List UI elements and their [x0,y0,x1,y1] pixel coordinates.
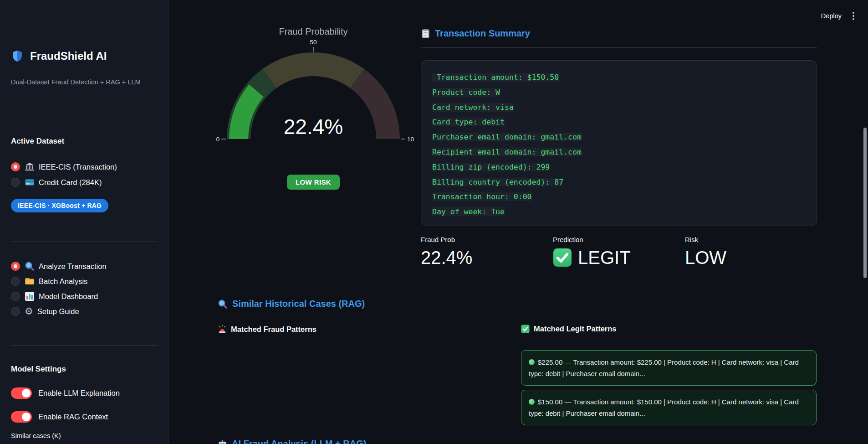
gauge-tick-label-min: 0 [216,136,220,143]
kebab-icon [853,12,854,14]
code-line: Day of week: Tue [432,205,806,220]
code-line: Billing country (encoded): 87 [432,175,806,190]
radio-label: Credit Card (284K) [39,178,102,187]
gauge-title: Fraud Probability [279,26,347,36]
deploy-button[interactable]: Deploy [821,12,842,20]
sidebar: FraudShield AI Dual-Dataset Fraud Detect… [0,0,169,444]
legit-case-card: $225.00 — Transaction amount: $225.00 | … [521,350,817,386]
gauge-zone [350,69,400,139]
folder-icon [25,276,35,286]
overflow-menu-button[interactable] [851,10,856,22]
code-line: Product code: W [432,85,806,100]
code-line: Billing zip (encoded): 299 [432,160,806,175]
gauge-tick-label-mid: 50 [310,39,317,46]
toggle-label: Enable LLM Explanation [38,389,120,398]
metric-prediction: Prediction LEGIT [553,236,685,268]
metrics-row: Fraud Prob 22.4% Prediction LEGIT Risk L… [421,236,817,268]
divider [421,47,817,48]
legit-patterns-heading: Matched Legit Patterns [521,325,617,333]
green-dot-icon [529,359,535,365]
metric-label: Risk [685,236,817,243]
code-line: Transaction hour: 0:00 [432,190,806,205]
fraud-probability-gauge: 0 50 10 Fraud Probability 22.4% LOW RISK [207,21,420,190]
radio-credit-card[interactable]: Credit Card (284K) [11,176,158,189]
radio-unselected-icon [11,277,20,286]
top-bar: Deploy [821,10,856,22]
divider [218,318,817,318]
sidebar-item-batch-analysis[interactable]: Batch Analysis [11,275,158,288]
magnifier-icon [25,261,35,271]
bar-chart-icon [25,291,35,301]
section-title: Similar Historical Cases (RAG) [232,299,365,309]
metric-value: LOW [685,248,817,268]
gauge-value-bar [229,84,264,139]
clipboard-icon [421,28,430,39]
column-title: Matched Legit Patterns [534,325,617,333]
fraud-patterns-heading: Matched Fraud Patterns [218,325,317,334]
toggle-rag-context[interactable]: Enable RAG Context [11,410,158,423]
code-line: Transaction amount: $150.50 [432,70,806,85]
sidebar-item-analyze-transaction[interactable]: Analyze Transaction [11,260,158,273]
robot-icon [218,439,227,444]
sidebar-item-label: Model Dashboard [39,292,98,301]
radio-selected-icon [11,162,20,171]
dataset-heading: Active Dataset [11,137,158,146]
code-line: Card type: debit [432,115,806,130]
column-title: Matched Fraud Patterns [231,325,317,334]
radio-unselected-icon [11,292,20,301]
gear-icon: ⚙ [25,307,33,316]
ai-analysis-heading: AI Fraud Analysis (LLM + RAG) [218,439,366,444]
gauge-zone [262,52,364,88]
toggle-on-icon [11,411,32,423]
sidebar-item-setup-guide[interactable]: ⚙ Setup Guide [11,305,158,318]
metric-fraud-prob: Fraud Prob 22.4% [421,236,553,268]
sidebar-item-label: Batch Analysis [39,277,87,286]
settings-heading: Model Settings [11,365,158,374]
siren-icon [218,325,227,334]
gauge-value: 22.4% [284,115,343,139]
radio-unselected-icon [11,307,20,316]
sidebar-item-model-dashboard[interactable]: Model Dashboard [11,290,158,303]
check-icon [521,325,530,333]
app-logo-row: FraudShield AI [11,49,158,63]
dataset-badge: IEEE-CIS · XGBoost + RAG [11,199,108,212]
similar-cases-heading: Similar Historical Cases (RAG) [218,299,365,309]
sidebar-item-label: Setup Guide [37,307,79,316]
check-icon [553,248,572,267]
legit-case-card: $150.00 — Transaction amount: $150.00 | … [521,390,817,425]
metric-value: LEGIT [578,248,631,268]
dataset-badge-row: IEEE-CIS · XGBoost + RAG [11,199,158,212]
credit-card-icon [25,177,35,187]
toggle-label: Enable RAG Context [38,413,108,421]
radio-unselected-icon [11,178,20,187]
code-line: Purchaser email domain: gmail.com [432,130,806,145]
code-line: Recipient email domain: gmail.com [432,145,806,160]
gauge-tick-label-max: 10 [407,136,414,143]
radio-ieee-cis[interactable]: IEEE-CIS (Transaction) [11,160,158,173]
magnifier-icon [218,299,228,309]
similar-cases-slider-label: Similar cases (K) [11,432,158,439]
toggle-llm-explanation[interactable]: Enable LLM Explanation [11,387,158,399]
bank-icon [25,162,35,172]
metric-value: 22.4% [421,248,553,268]
divider [11,242,158,242]
transaction-code-block: Transaction amount: $150.50 Product code… [421,60,817,226]
app-title: FraudShield AI [30,50,107,62]
metric-risk: Risk LOW [685,236,817,268]
metric-label: Prediction [553,236,685,243]
toggle-on-icon [11,387,32,399]
radio-selected-icon [11,262,20,271]
shield-icon [11,49,24,63]
radio-label: IEEE-CIS (Transaction) [39,163,117,171]
transaction-summary-heading: Transaction Summary [421,28,530,39]
green-dot-icon [529,399,535,405]
scrollbar-thumb[interactable] [863,128,867,278]
divider [11,346,158,346]
section-title: Transaction Summary [435,28,530,39]
code-line: Card network: visa [432,100,806,115]
risk-badge: LOW RISK [287,175,340,190]
metric-label: Fraud Prob [421,236,553,243]
case-text: $150.00 — Transaction amount: $150.00 | … [529,398,799,417]
case-text: $225.00 — Transaction amount: $225.00 | … [529,358,799,377]
section-title: AI Fraud Analysis (LLM + RAG) [232,439,366,444]
